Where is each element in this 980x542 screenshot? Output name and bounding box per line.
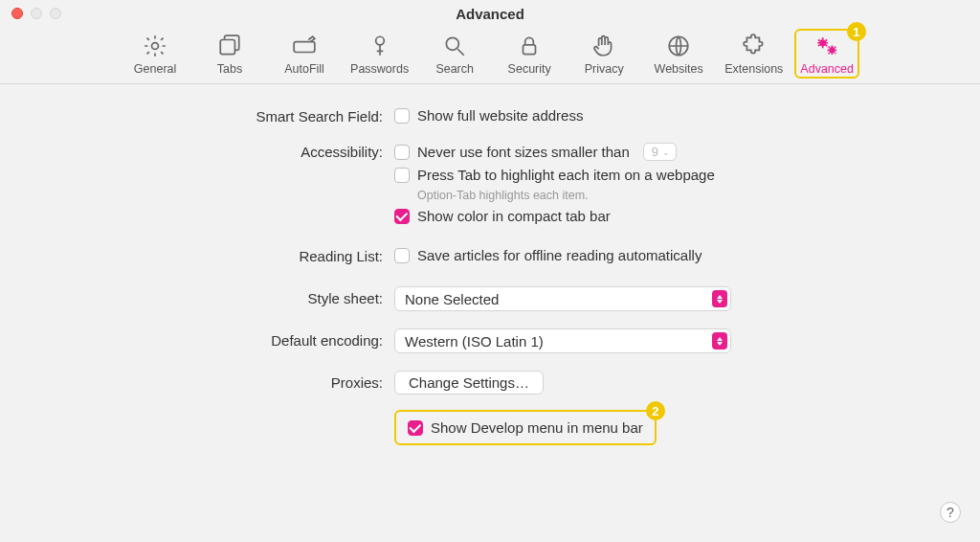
svg-point-8 xyxy=(830,48,835,53)
tab-search[interactable]: Search xyxy=(426,33,483,76)
checkbox-show-develop-menu[interactable] xyxy=(408,420,423,436)
checkbox-label: Save articles for offline reading automa… xyxy=(417,247,702,263)
svg-point-7 xyxy=(820,40,825,45)
toolbar-label: AutoFill xyxy=(284,62,324,76)
row-label: Reading List: xyxy=(38,247,394,264)
font-size-value: 9 xyxy=(652,145,658,159)
select-value: None Selected xyxy=(405,291,499,307)
font-size-select[interactable]: 9 ⌄ xyxy=(643,143,677,161)
row-label: Style sheet: xyxy=(38,286,394,306)
updown-arrows-icon xyxy=(712,290,727,307)
toolbar-label: Extensions xyxy=(724,62,783,76)
develop-menu-highlight: Show Develop menu in menu bar 2 xyxy=(394,410,657,445)
row-accessibility: Accessibility: Never use font sizes smal… xyxy=(38,143,942,230)
checkbox-compact-tab-color[interactable] xyxy=(394,209,410,224)
checkbox-label: Show full website address xyxy=(417,107,583,124)
row-smart-search: Smart Search Field: Show full website ad… xyxy=(38,107,942,129)
chevron-down-icon: ⌄ xyxy=(662,147,670,157)
toolbar-label: General xyxy=(134,62,176,76)
tab-extensions[interactable]: Extensions xyxy=(724,33,783,76)
gear-icon xyxy=(143,33,167,59)
toolbar-label: Websites xyxy=(655,62,703,76)
tab-security[interactable]: Security xyxy=(501,33,558,76)
svg-rect-1 xyxy=(220,40,234,55)
style-sheet-select[interactable]: None Selected xyxy=(394,286,731,311)
select-value: Western (ISO Latin 1) xyxy=(405,333,544,350)
checkbox-label: Press Tab to highlight each item on a we… xyxy=(417,167,715,183)
default-encoding-select[interactable]: Western (ISO Latin 1) xyxy=(394,328,731,353)
svg-rect-2 xyxy=(294,42,315,53)
tab-general[interactable]: General xyxy=(126,33,184,76)
toolbar-label: Security xyxy=(508,62,551,76)
tab-passwords[interactable]: Passwords xyxy=(350,33,409,76)
checkbox-label: Show Develop menu in menu bar xyxy=(431,419,643,436)
lock-icon xyxy=(517,33,542,59)
svg-point-3 xyxy=(375,36,384,45)
window-title: Advanced xyxy=(0,6,980,22)
annotation-badge-1: 1 xyxy=(847,22,866,41)
checkbox-label: Never use font sizes smaller than xyxy=(417,144,630,160)
toolbar-label: Search xyxy=(435,62,474,76)
svg-rect-5 xyxy=(523,45,536,55)
checkbox-offline-reading[interactable] xyxy=(394,248,410,263)
tab-privacy[interactable]: Privacy xyxy=(575,33,633,76)
preferences-toolbar: General Tabs AutoFill Passwords Search S… xyxy=(0,27,980,84)
checkbox-label: Show color in compact tab bar xyxy=(417,208,611,224)
key-icon xyxy=(368,33,392,59)
tab-autofill[interactable]: AutoFill xyxy=(276,33,333,76)
row-label: Proxies: xyxy=(38,371,394,391)
row-reading-list: Reading List: Save articles for offline … xyxy=(38,247,942,269)
tab-advanced[interactable]: Advanced 1 xyxy=(794,29,859,79)
tab-websites[interactable]: Websites xyxy=(650,33,707,76)
row-proxies: Proxies: Change Settings… xyxy=(38,371,942,395)
checkbox-show-full-url[interactable] xyxy=(394,108,410,124)
tabs-icon xyxy=(217,33,242,59)
autofill-icon xyxy=(292,33,317,59)
option-tab-hint: Option-Tab highlights each item. xyxy=(417,189,942,202)
svg-point-0 xyxy=(152,43,159,50)
row-style-sheet: Style sheet: None Selected xyxy=(38,286,942,311)
row-develop-menu: Show Develop menu in menu bar 2 xyxy=(38,408,942,445)
svg-point-4 xyxy=(447,37,459,50)
checkbox-min-font-size[interactable] xyxy=(394,145,410,160)
puzzle-icon xyxy=(742,33,767,59)
preferences-content: Smart Search Field: Show full website ad… xyxy=(0,84,980,482)
gears-icon xyxy=(814,33,839,59)
row-label: Smart Search Field: xyxy=(38,107,394,124)
checkbox-tab-highlight[interactable] xyxy=(394,168,410,183)
help-button[interactable]: ? xyxy=(940,502,961,523)
row-label: Default encoding: xyxy=(38,328,394,349)
tab-tabs[interactable]: Tabs xyxy=(201,33,258,76)
hand-icon xyxy=(591,33,616,59)
row-label: Accessibility: xyxy=(38,143,394,160)
row-default-encoding: Default encoding: Western (ISO Latin 1) xyxy=(38,328,942,353)
toolbar-label: Privacy xyxy=(585,62,624,76)
toolbar-label: Advanced xyxy=(800,62,854,76)
change-settings-button[interactable]: Change Settings… xyxy=(394,371,544,395)
search-icon xyxy=(442,33,467,59)
updown-arrows-icon xyxy=(712,332,727,350)
toolbar-label: Passwords xyxy=(350,62,409,76)
title-bar: Advanced xyxy=(0,0,980,27)
row-label-empty xyxy=(38,408,394,409)
annotation-badge-2: 2 xyxy=(646,401,665,420)
globe-icon xyxy=(666,33,691,59)
toolbar-label: Tabs xyxy=(217,62,242,76)
